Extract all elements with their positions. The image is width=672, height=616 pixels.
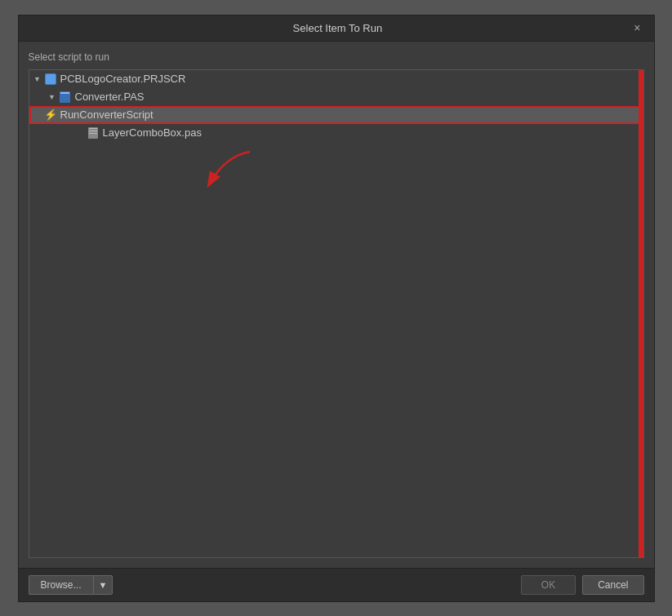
tree-row[interactable]: ▼ Converter.PAS [29, 88, 643, 106]
footer-right: OK Cancel [521, 575, 644, 595]
run-converter-label: RunConverterScript [60, 109, 154, 121]
arrow-annotation [193, 148, 258, 199]
browse-dropdown-button[interactable]: ▼ [93, 575, 113, 595]
tree-item-label: Converter.PAS [75, 91, 145, 103]
footer-left: Browse... ▼ [29, 575, 113, 595]
run-converter-row[interactable]: ▶ ⚡ RunConverterScript [29, 106, 643, 124]
close-button[interactable]: × [630, 22, 643, 33]
cancel-button[interactable]: Cancel [582, 575, 643, 595]
tree-row[interactable]: ▼ PCBLogoCreator.PRJSCR [29, 70, 643, 88]
title-bar: Select Item To Run × [19, 16, 654, 42]
tree-row[interactable]: ▶ LayerComboBox.pas [29, 124, 643, 142]
dialog-title: Select Item To Run [45, 22, 631, 34]
dialog-body: Select script to run ▼ PCBLogoCreator.PR… [19, 42, 654, 568]
script-icon: ⚡ [44, 109, 57, 122]
pas-icon [59, 91, 72, 104]
browse-button[interactable]: Browse... [29, 575, 93, 595]
ok-button[interactable]: OK [521, 575, 576, 595]
tree-container[interactable]: ▼ PCBLogoCreator.PRJSCR ▼ Converter.PAS … [29, 69, 644, 558]
file-icon [87, 126, 100, 140]
script-label: Select script to run [29, 51, 644, 63]
layer-combo-label: LayerComboBox.pas [103, 126, 202, 139]
dialog-footer: Browse... ▼ OK Cancel [19, 568, 654, 601]
select-item-dialog: Select Item To Run × Select script to ru… [18, 15, 655, 602]
red-border-accent [639, 70, 643, 557]
tree-item-label: PCBLogoCreator.PRJSCR [60, 73, 186, 85]
expand-icon: ▼ [47, 92, 57, 102]
project-icon [44, 73, 57, 86]
expand-icon: ▼ [33, 74, 42, 84]
